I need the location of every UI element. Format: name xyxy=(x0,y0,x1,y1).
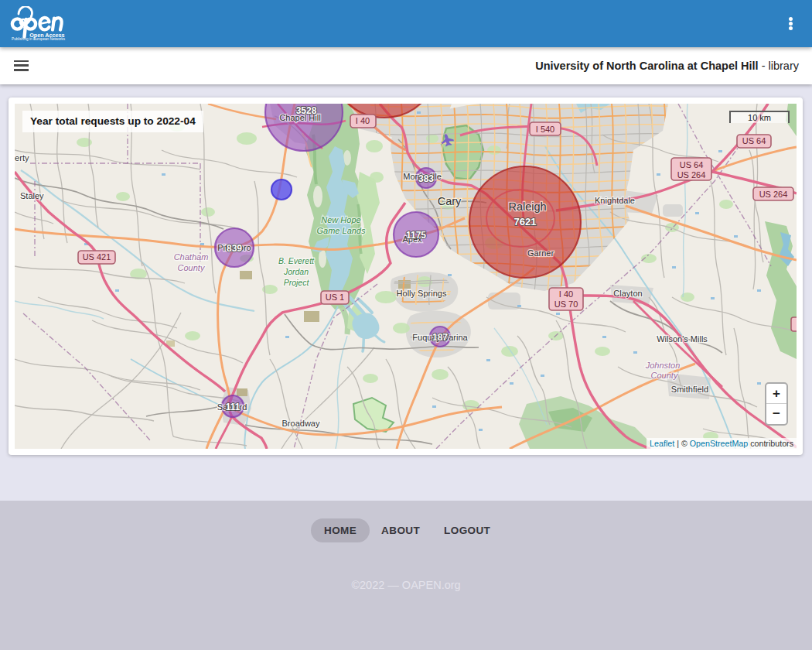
svg-text:111: 111 xyxy=(226,402,241,412)
svg-text:I 40: I 40 xyxy=(559,289,573,299)
svg-text:Jordan: Jordan xyxy=(283,267,309,276)
svg-text:US 64: US 64 xyxy=(680,160,704,169)
svg-text:7621: 7621 xyxy=(514,216,537,228)
svg-text:1175: 1175 xyxy=(406,230,426,241)
svg-text:Knightdale: Knightdale xyxy=(595,196,635,205)
svg-text:383: 383 xyxy=(418,173,434,184)
svg-text:US 64: US 64 xyxy=(742,136,766,145)
svg-text:Smithfield: Smithfield xyxy=(671,385,708,394)
svg-text:839: 839 xyxy=(227,243,242,254)
svg-text:Project: Project xyxy=(284,278,310,287)
svg-text:I 540: I 540 xyxy=(536,125,554,134)
svg-text:US 1: US 1 xyxy=(326,292,344,302)
svg-text:Chatham: Chatham xyxy=(174,252,209,262)
svg-text:Clayton: Clayton xyxy=(613,289,642,298)
svg-text:US 421: US 421 xyxy=(83,252,111,262)
svg-text:Raleigh: Raleigh xyxy=(508,200,546,213)
svg-text:I 40: I 40 xyxy=(356,116,370,125)
svg-text:Staley: Staley xyxy=(20,191,44,200)
svg-text:Johnston: Johnston xyxy=(645,361,681,370)
svg-text:Holly Springs: Holly Springs xyxy=(397,289,447,298)
svg-text:berty: berty xyxy=(15,153,29,162)
svg-text:US 264: US 264 xyxy=(677,170,706,180)
svg-text:Broadway: Broadway xyxy=(282,419,320,428)
svg-text:3528: 3528 xyxy=(296,105,317,116)
svg-text:New Hope: New Hope xyxy=(321,215,360,224)
svg-text:B. Everett: B. Everett xyxy=(278,256,315,265)
svg-text:County: County xyxy=(651,371,679,380)
svg-text:Wilson's Mills: Wilson's Mills xyxy=(657,334,708,344)
svg-text:Cary: Cary xyxy=(438,195,462,207)
svg-text:Game Lands: Game Lands xyxy=(317,226,366,235)
svg-text:Publishing in European Network: Publishing in European Networks xyxy=(12,37,66,41)
svg-text:US 264: US 264 xyxy=(759,190,788,199)
svg-text:US 70: US 70 xyxy=(554,299,578,309)
svg-text:187: 187 xyxy=(432,332,448,343)
svg-text:Garner: Garner xyxy=(527,248,554,258)
svg-text:County: County xyxy=(178,263,206,272)
